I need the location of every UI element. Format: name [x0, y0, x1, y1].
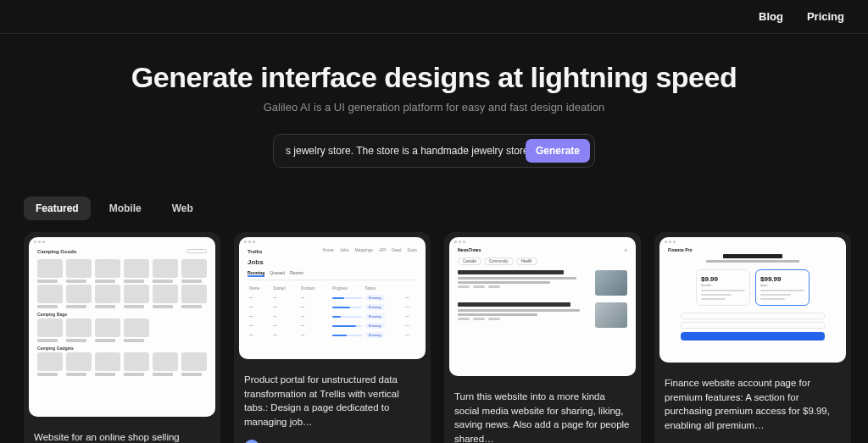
avatar	[244, 440, 259, 443]
nav-blog-link[interactable]: Blog	[759, 10, 783, 23]
thumb-post	[458, 270, 627, 296]
thumb-app-name: Trellis	[248, 249, 262, 254]
thumb-title: Jobs	[248, 258, 417, 266]
image-icon	[595, 302, 627, 328]
image-icon	[595, 270, 627, 296]
card-author: Marker	[234, 440, 431, 443]
page-subtitle: Galileo AI is a UI generation platform f…	[0, 101, 868, 114]
thumb-section-label: Camping Gadgets	[37, 346, 207, 351]
search-icon	[186, 249, 207, 253]
page-title: Generate interface designs at lightning …	[0, 61, 868, 94]
pay-button-icon	[681, 332, 825, 341]
gallery: Camping Goods Camping Bags	[24, 232, 868, 443]
gallery-tabs: Featured Mobile Web	[24, 197, 868, 220]
thumb-form	[668, 313, 837, 341]
card-description: Turn this website into a more kinda soci…	[444, 381, 641, 443]
generate-button[interactable]: Generate	[526, 139, 590, 163]
browser-dots-icon	[665, 241, 676, 243]
prompt-bar: Generate	[273, 134, 595, 168]
card-thumbnail: Finance Pro $9.99 /month $99.99 /year	[659, 237, 846, 363]
thumb-plans: $9.99 /month $99.99 /year	[668, 269, 837, 306]
top-nav: Blog Pricing	[0, 0, 868, 34]
plan-price: $9.99	[701, 275, 745, 283]
tab-mobile[interactable]: Mobile	[97, 197, 153, 220]
thumb-nav: HomeJobsMappingsAPIFeedDocs	[320, 247, 417, 252]
tab-web[interactable]: Web	[160, 197, 205, 220]
card-description: Product portal for unstructured data tra…	[234, 364, 431, 440]
menu-icon: ≡	[625, 247, 627, 252]
thumb-tabs: Running Queued Recent	[248, 270, 417, 280]
card-description: Website for an online shop selling campi…	[24, 422, 220, 443]
gallery-card[interactable]: NewsTimes ≡ Canada Community Health	[444, 232, 641, 443]
browser-dots-icon	[34, 241, 45, 243]
thumb-post	[458, 302, 627, 328]
card-thumbnail: Camping Goods Camping Bags	[29, 237, 215, 417]
nav-pricing-link[interactable]: Pricing	[807, 10, 844, 23]
gallery-card[interactable]: Camping Goods Camping Bags	[24, 232, 220, 443]
thumb-heading	[723, 254, 782, 258]
gallery-card[interactable]: Finance Pro $9.99 /month $99.99 /year	[654, 232, 851, 443]
browser-dots-icon	[244, 241, 255, 243]
tab-featured[interactable]: Featured	[24, 197, 91, 220]
thumb-header: Camping Goods	[37, 249, 76, 254]
card-thumbnail: Trellis HomeJobsMappingsAPIFeedDocs Jobs…	[239, 237, 426, 359]
prompt-input[interactable]	[286, 145, 526, 157]
thumb-app-name: Finance Pro	[668, 247, 837, 252]
card-description: Finance website account page for premium…	[654, 368, 851, 443]
hero-section: Generate interface designs at lightning …	[0, 61, 868, 168]
thumb-app-name: NewsTimes	[458, 247, 481, 252]
card-thumbnail: NewsTimes ≡ Canada Community Health	[449, 237, 636, 376]
thumb-tags: Canada Community Health	[458, 257, 627, 265]
plan-price: $99.99	[760, 275, 804, 283]
thumb-table: Name Started Duration Progress Status ——…	[248, 284, 417, 340]
thumb-section-label: Camping Bags	[37, 312, 207, 317]
gallery-card[interactable]: Trellis HomeJobsMappingsAPIFeedDocs Jobs…	[234, 232, 431, 443]
browser-dots-icon	[454, 241, 465, 243]
